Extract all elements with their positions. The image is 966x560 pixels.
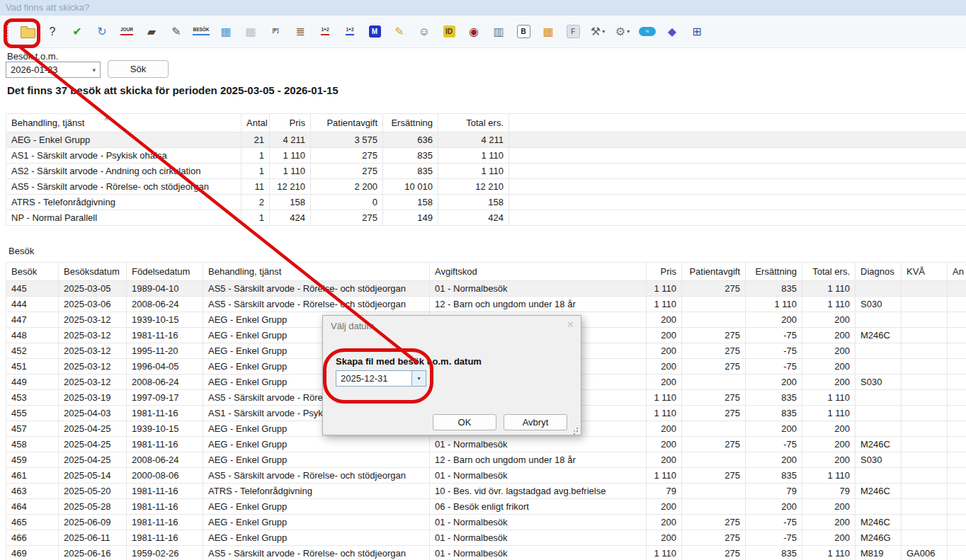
table-row[interactable]: 4642025-05-281981-11-16AEG - Enkel Grupp… xyxy=(6,499,966,515)
column-header[interactable] xyxy=(509,114,966,132)
table-row[interactable]: 4632025-05-201981-11-16ATRS - Telefonråd… xyxy=(6,484,966,499)
column-header[interactable]: Patientavgift xyxy=(682,263,746,281)
window-icon[interactable]: ⊞ xyxy=(688,21,706,42)
column-header[interactable]: Patientavgift xyxy=(311,114,383,132)
help-icon[interactable]: ? xyxy=(43,21,62,42)
table-row[interactable]: 4592025-04-252008-06-24AEG - Enkel Grupp… xyxy=(6,452,966,468)
tools-icon[interactable]: ⚒▾ xyxy=(589,21,607,42)
m-icon[interactable]: M xyxy=(365,21,384,42)
dialog-date-value: 2025-12-31 xyxy=(341,373,388,384)
resize-grip[interactable] xyxy=(572,426,578,432)
sign-icon[interactable]: ✎ xyxy=(390,21,409,42)
b-document-icon[interactable]: B xyxy=(514,21,533,42)
table-row[interactable]: 4652025-06-091981-11-16AEG - Enkel Grupp… xyxy=(6,515,966,530)
column-header[interactable]: Antal xyxy=(242,114,270,132)
approve-send-icon[interactable]: ✔ xyxy=(68,21,86,42)
besok-calendar-icon[interactable]: ▦ xyxy=(217,21,235,42)
chevron-down-icon[interactable]: ▾ xyxy=(411,371,426,386)
table-row[interactable]: 4582025-04-251981-11-16AEG - Enkel Grupp… xyxy=(6,437,966,452)
manual-book-icon[interactable]: ◆ xyxy=(663,21,681,42)
table-row[interactable]: AEG - Enkel Grupp214 2113 5756364 211 xyxy=(6,132,966,148)
column-header[interactable]: Ersättning xyxy=(383,114,438,132)
note-edit-icon[interactable]: ✎ xyxy=(167,21,186,42)
table-row[interactable]: NP - Normal Parallell1424275149424 xyxy=(6,210,966,226)
table-row[interactable]: ATRS - Telefonrådgivning21580158158 xyxy=(6,195,966,210)
table-row[interactable]: 4662025-06-111981-11-16AEG - Enkel Grupp… xyxy=(6,530,966,546)
patient-info-icon[interactable]: ☺ xyxy=(415,21,433,42)
f-icon[interactable]: F xyxy=(564,21,582,42)
column-header[interactable]: Födelsedatum xyxy=(127,263,203,281)
table-row[interactable]: 4442025-03-062008-06-24AS5 - Särskilt ar… xyxy=(6,297,966,312)
column-header[interactable]: Pris xyxy=(647,263,682,281)
open-file-icon[interactable] xyxy=(18,21,37,42)
ok-button[interactable]: OK xyxy=(433,414,496,430)
toolbar-icons: ?✔↻JOUR▰✎BESÖK▦▦[P]≣1+21+2M✎☺ID◉▥B▦F⚒▾⚙▾… xyxy=(0,16,966,48)
refresh-icon[interactable]: ↻ xyxy=(93,21,111,42)
besok-calendar-disabled-icon[interactable]: ▦ xyxy=(242,21,260,42)
summary-table: ^Behandling, tjänstAntalPrisPatientavgif… xyxy=(6,113,966,226)
close-icon[interactable]: ✕ xyxy=(567,319,574,330)
table-row[interactable]: AS5 - Särskilt arvode - Rörelse- och stö… xyxy=(6,179,966,195)
brand-logo-icon[interactable]: ≈ xyxy=(638,21,657,42)
column-header[interactable]: Behandling, tjänst xyxy=(203,263,430,281)
summary-table-wrap: ^Behandling, tjänstAntalPrisPatientavgif… xyxy=(6,113,966,226)
besok-search-icon[interactable]: BESÖK xyxy=(192,21,210,42)
column-header[interactable]: Besök xyxy=(6,263,59,281)
window-title: Vad finns att skicka? xyxy=(0,0,966,16)
catalog-icon[interactable]: ≣ xyxy=(291,21,309,42)
column-header[interactable]: Besöksdatum xyxy=(59,263,127,281)
table-row[interactable]: 4612025-05-142000-08-06AS5 - Särskilt ar… xyxy=(6,468,966,484)
column-header[interactable]: Ersättning xyxy=(746,263,802,281)
besok-tom-date-combobox[interactable]: 2026-01-23 ▾ xyxy=(6,62,101,78)
sum-patient-icon[interactable]: 1+2 xyxy=(316,21,334,42)
column-header[interactable]: Diagnos xyxy=(856,263,902,281)
schedule-table-icon[interactable]: ▦ xyxy=(539,21,557,42)
search-button[interactable]: Sök xyxy=(108,60,169,78)
besok-tom-date-value: 2026-01-23 xyxy=(11,64,58,75)
support-lifebuoy-icon[interactable]: ◉ xyxy=(465,21,483,42)
table-row[interactable]: AS1 - Särskilt arvode - Psykisk ohälsa11… xyxy=(6,148,966,164)
dialog-title: Välj datum xyxy=(331,321,374,331)
column-header[interactable]: Total ers. xyxy=(438,114,509,132)
table-row[interactable]: 4692025-06-161959-02-26AS5 - Särskilt ar… xyxy=(6,546,966,560)
valj-datum-dialog: Välj datum ✕ Skapa fil med besök t.o.m. … xyxy=(322,315,581,435)
settings-gears-icon[interactable]: ⚙▾ xyxy=(613,21,632,42)
column-header[interactable]: Pris xyxy=(270,114,311,132)
column-header[interactable]: KVÅ xyxy=(902,263,948,281)
cancel-button[interactable]: Avbryt xyxy=(504,414,567,430)
besok-tom-label: Besök t.o.m. xyxy=(7,51,58,62)
table-row[interactable]: 4452025-03-051989-04-10AS5 - Särskilt ar… xyxy=(6,281,966,297)
fax-monitor-icon[interactable]: ▥ xyxy=(489,21,508,42)
sum-total-icon[interactable]: 1+2 xyxy=(341,21,359,42)
page-title: Det finns 37 besök att skicka för period… xyxy=(7,84,339,96)
besok-section-label: Besök xyxy=(8,246,34,256)
table-row[interactable]: AS2 - Särskilt arvode - Andning och cirk… xyxy=(6,164,966,179)
column-header[interactable]: An xyxy=(948,263,966,281)
chevron-down-icon[interactable]: ▾ xyxy=(92,67,100,74)
journal-icon[interactable]: JOUR xyxy=(118,21,136,42)
column-header[interactable]: Total ers. xyxy=(802,263,856,281)
dialog-label: Skapa fil med besök t.o.m. datum xyxy=(336,356,482,367)
briefcase-icon[interactable]: ▰ xyxy=(142,21,161,42)
dialog-date-combobox[interactable]: 2025-12-31 ▾ xyxy=(336,370,426,387)
column-header[interactable]: ^Behandling, tjänst xyxy=(6,114,242,132)
p-icon[interactable]: [P] xyxy=(266,21,285,42)
id-icon[interactable]: ID xyxy=(440,21,458,42)
column-header[interactable]: Avgiftskod xyxy=(430,263,647,281)
